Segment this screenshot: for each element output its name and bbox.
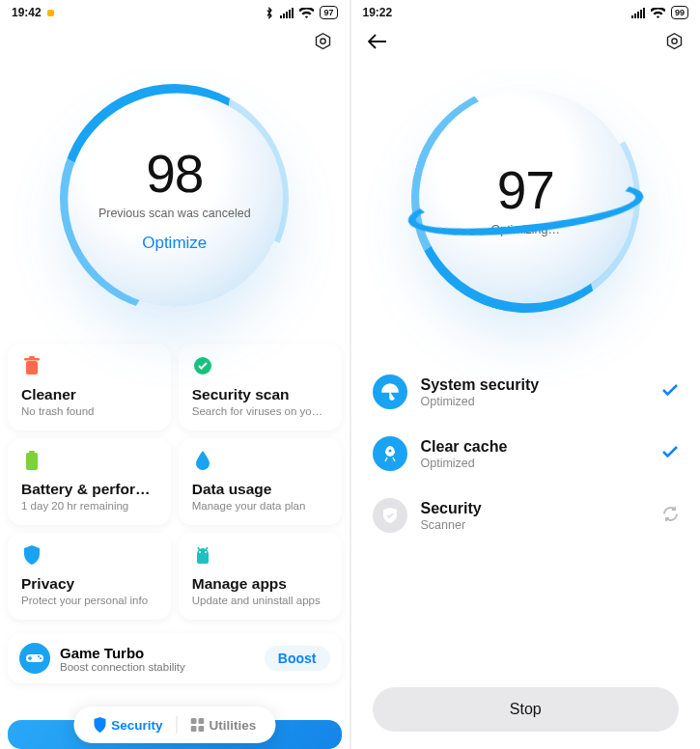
svg-point-5 bbox=[321, 39, 325, 43]
svg-rect-20 bbox=[199, 726, 205, 732]
nav-label: Utilities bbox=[210, 718, 257, 733]
nav-security[interactable]: Security bbox=[81, 712, 174, 737]
security-home-screen: 19:42 97 98 Previous scan was canceled O… bbox=[0, 0, 351, 749]
svg-rect-19 bbox=[191, 726, 197, 732]
svg-point-13 bbox=[205, 551, 207, 553]
svg-rect-11 bbox=[29, 451, 35, 453]
tile-privacy[interactable]: Privacy Protect your personal info bbox=[8, 533, 171, 620]
header bbox=[351, 25, 701, 58]
tile-title: Data usage bbox=[192, 481, 328, 498]
nav-utilities[interactable]: Utilities bbox=[180, 713, 268, 737]
opt-title: Security bbox=[421, 500, 650, 517]
android-icon bbox=[192, 544, 213, 566]
game-turbo-card[interactable]: Game Turbo Boost connection stability Bo… bbox=[8, 633, 342, 683]
stop-label: Stop bbox=[510, 701, 542, 718]
svg-point-26 bbox=[671, 39, 676, 43]
tile-subtitle: Protect your personal info bbox=[21, 595, 157, 606]
boost-button[interactable]: Boost bbox=[265, 646, 330, 671]
check-icon bbox=[661, 445, 679, 462]
recording-indicator bbox=[47, 10, 54, 16]
settings-button[interactable] bbox=[661, 29, 686, 54]
opt-subtitle: Optimized bbox=[421, 395, 649, 408]
tile-subtitle: No trash found bbox=[21, 405, 157, 417]
drop-icon bbox=[192, 450, 213, 471]
bottom-nav: Security Utilities bbox=[73, 707, 275, 743]
svg-rect-18 bbox=[199, 718, 205, 724]
tile-data-usage[interactable]: Data usage Manage your data plan bbox=[179, 438, 342, 525]
svg-point-27 bbox=[388, 450, 391, 453]
opt-title: Clear cache bbox=[421, 438, 649, 456]
status-time: 19:22 bbox=[363, 6, 393, 19]
nav-separator bbox=[177, 716, 178, 734]
header bbox=[0, 25, 350, 58]
tile-title: Security scan bbox=[192, 386, 328, 403]
tile-manage-apps[interactable]: Manage apps Update and uninstall apps bbox=[179, 533, 342, 620]
umbrella-icon bbox=[373, 374, 407, 409]
shield-check-icon bbox=[373, 498, 407, 533]
feature-tiles: Cleaner No trash found Security scan Sea… bbox=[0, 338, 350, 625]
svg-point-12 bbox=[199, 551, 201, 553]
tile-subtitle: Manage your data plan bbox=[192, 500, 328, 512]
status-bar: 19:42 97 bbox=[0, 0, 350, 25]
svg-rect-4 bbox=[292, 8, 294, 18]
wifi-icon bbox=[299, 8, 314, 18]
rocket-icon bbox=[373, 436, 407, 471]
orb-ring bbox=[25, 49, 323, 347]
tile-security-scan[interactable]: Security scan Search for viruses on yo… bbox=[179, 344, 342, 430]
turbo-title: Game Turbo bbox=[60, 645, 255, 661]
svg-rect-24 bbox=[640, 10, 642, 18]
stop-button[interactable]: Stop bbox=[373, 687, 680, 732]
svg-rect-23 bbox=[637, 12, 639, 18]
bluetooth-icon bbox=[265, 7, 274, 19]
tile-subtitle: Update and uninstall apps bbox=[192, 595, 328, 606]
battery-indicator: 97 bbox=[320, 6, 337, 19]
svg-rect-25 bbox=[643, 8, 645, 18]
opt-subtitle: Scanner bbox=[421, 518, 650, 532]
tile-subtitle: 1 day 20 hr remaining bbox=[21, 500, 157, 512]
svg-rect-2 bbox=[286, 12, 288, 18]
tile-title: Privacy bbox=[21, 575, 157, 593]
svg-rect-22 bbox=[634, 14, 636, 18]
svg-rect-17 bbox=[191, 718, 197, 724]
signal-icon bbox=[631, 8, 645, 18]
tile-title: Cleaner bbox=[21, 386, 157, 403]
svg-point-16 bbox=[40, 657, 42, 659]
settings-button[interactable] bbox=[311, 29, 336, 54]
optimization-list: System security Optimized Clear cache Op… bbox=[351, 338, 701, 546]
tile-title: Battery & perfor… bbox=[21, 481, 157, 498]
opt-security-scanner[interactable]: Security Scanner bbox=[373, 485, 680, 546]
wifi-icon bbox=[651, 8, 665, 18]
svg-rect-0 bbox=[280, 15, 282, 18]
tile-battery[interactable]: Battery & perfor… 1 day 20 hr remaining bbox=[8, 438, 171, 525]
battery-icon bbox=[21, 450, 42, 471]
opt-clear-cache[interactable]: Clear cache Optimized bbox=[373, 423, 680, 485]
opt-subtitle: Optimized bbox=[421, 457, 649, 470]
svg-rect-7 bbox=[24, 358, 40, 361]
svg-rect-3 bbox=[289, 10, 291, 18]
nav-label: Security bbox=[111, 718, 162, 733]
tile-cleaner[interactable]: Cleaner No trash found bbox=[8, 344, 171, 430]
battery-indicator: 99 bbox=[671, 6, 688, 19]
gamepad-icon bbox=[19, 643, 50, 674]
tile-title: Manage apps bbox=[192, 575, 328, 593]
back-button[interactable] bbox=[365, 29, 390, 54]
score-orb: 97 Optimizing… bbox=[417, 90, 634, 307]
svg-rect-10 bbox=[26, 453, 38, 470]
spinner-icon bbox=[662, 506, 679, 526]
opt-title: System security bbox=[421, 376, 649, 394]
check-icon bbox=[661, 383, 679, 401]
opt-system-security[interactable]: System security Optimized bbox=[373, 361, 680, 423]
signal-icon bbox=[280, 8, 294, 18]
svg-rect-6 bbox=[26, 361, 38, 374]
score-orb-area: 97 Optimizing… bbox=[351, 58, 701, 338]
tile-subtitle: Search for viruses on yo… bbox=[192, 405, 328, 417]
grid-icon bbox=[191, 718, 205, 732]
svg-rect-8 bbox=[29, 356, 35, 358]
svg-rect-21 bbox=[631, 15, 633, 18]
shield-icon bbox=[93, 717, 106, 733]
shield-icon bbox=[21, 544, 42, 566]
status-time: 19:42 bbox=[12, 6, 42, 19]
score-orb: 98 Previous scan was canceled Optimize bbox=[66, 90, 283, 307]
check-icon bbox=[192, 355, 213, 376]
svg-rect-1 bbox=[283, 14, 285, 18]
